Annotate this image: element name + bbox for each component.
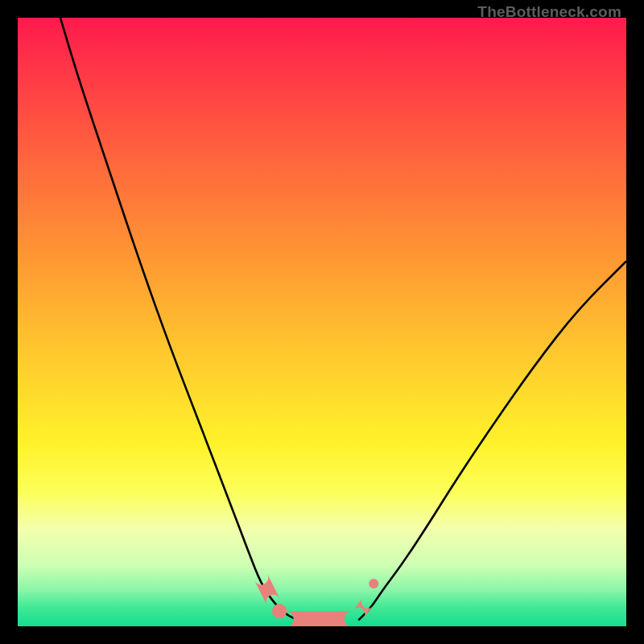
curve-layer: [18, 18, 626, 626]
plot-area: [18, 18, 626, 626]
curve-left: [60, 18, 298, 620]
svg-point-2: [369, 579, 378, 588]
chart-frame: TheBottleneck.com: [0, 0, 644, 644]
curve-right: [358, 261, 626, 620]
svg-point-1: [272, 604, 287, 618]
